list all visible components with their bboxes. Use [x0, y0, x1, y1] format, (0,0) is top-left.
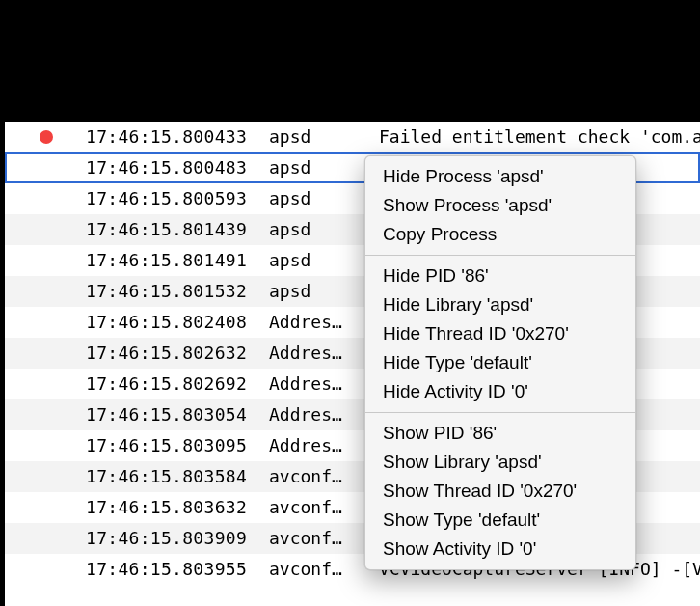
row-time: 17:46:15.800593 [86, 183, 269, 214]
row-flag-cell [5, 276, 86, 307]
row-flag-cell [5, 461, 86, 492]
row-process: apsd [269, 152, 379, 183]
menu-item[interactable]: Show Library 'apsd' [365, 448, 635, 477]
row-time: 17:46:15.802408 [86, 307, 269, 338]
row-process: apsd [269, 245, 379, 276]
row-flag-cell [5, 183, 86, 214]
row-flag-cell [5, 430, 86, 461]
row-process: apsd [269, 276, 379, 307]
row-time: 17:46:15.803632 [86, 492, 269, 523]
menu-item[interactable]: Show Type 'default' [365, 506, 635, 535]
row-process: avconf… [269, 554, 379, 585]
menu-separator [365, 412, 635, 413]
row-time: 17:46:15.802692 [86, 369, 269, 399]
row-time: 17:46:15.800433 [86, 122, 269, 152]
row-process: avconf… [269, 523, 379, 554]
row-flag-cell [5, 307, 86, 338]
menu-item[interactable]: Show Activity ID '0' [365, 535, 635, 564]
row-process: Addres… [269, 369, 379, 399]
menu-item[interactable]: Hide Type 'default' [365, 348, 635, 377]
row-flag-cell [5, 152, 86, 183]
row-process: apsd [269, 214, 379, 245]
menu-item[interactable]: Hide Thread ID '0x270' [365, 319, 635, 348]
row-flag-cell [5, 338, 86, 369]
row-process: Addres… [269, 338, 379, 369]
row-flag-cell [5, 369, 86, 399]
menu-item[interactable]: Copy Process [365, 220, 635, 249]
context-menu: Hide Process 'apsd'Show Process 'apsd'Co… [364, 155, 636, 570]
row-process: avconf… [269, 461, 379, 492]
row-flag-cell [5, 245, 86, 276]
row-time: 17:46:15.801532 [86, 276, 269, 307]
row-time: 17:46:15.803909 [86, 523, 269, 554]
row-process: apsd [269, 183, 379, 214]
row-flag-cell [5, 214, 86, 245]
menu-item[interactable]: Hide Process 'apsd' [365, 162, 635, 191]
menu-item[interactable]: Show PID '86' [365, 419, 635, 448]
row-time: 17:46:15.803054 [86, 399, 269, 430]
table-row[interactable]: 17:46:15.800433apsdFailed entitlement ch… [5, 122, 700, 152]
row-time: 17:46:15.800483 [86, 152, 269, 183]
menu-item[interactable]: Show Process 'apsd' [365, 191, 635, 220]
row-process: avconf… [269, 492, 379, 523]
menu-item[interactable]: Hide PID '86' [365, 262, 635, 290]
menu-item[interactable]: Hide Library 'apsd' [365, 290, 635, 319]
row-flag-cell [5, 492, 86, 523]
row-flag-cell [5, 399, 86, 430]
row-flag-cell [5, 122, 86, 152]
row-time: 17:46:15.803584 [86, 461, 269, 492]
row-process: Addres… [269, 307, 379, 338]
menu-item[interactable]: Hide Activity ID '0' [365, 377, 635, 406]
flag-dot-icon [40, 130, 53, 144]
row-time: 17:46:15.803955 [86, 554, 269, 585]
row-time: 17:46:15.802632 [86, 338, 269, 369]
row-process: apsd [269, 122, 379, 152]
row-time: 17:46:15.803095 [86, 430, 269, 461]
row-flag-cell [5, 523, 86, 554]
annotation-line [616, 0, 619, 122]
row-flag-cell [5, 554, 86, 585]
row-time: 17:46:15.801491 [86, 245, 269, 276]
row-time: 17:46:15.801439 [86, 214, 269, 245]
row-process: Addres… [269, 430, 379, 461]
row-process: Addres… [269, 399, 379, 430]
menu-item[interactable]: Show Thread ID '0x270' [365, 477, 635, 506]
menu-separator [365, 255, 635, 256]
row-message: Failed entitlement check 'com.a [379, 122, 700, 152]
